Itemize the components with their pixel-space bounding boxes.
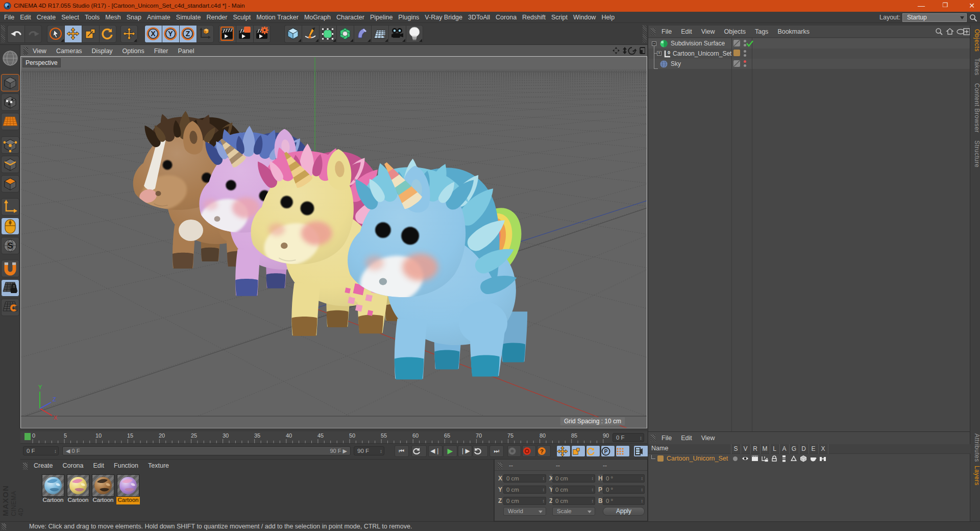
svg-text:X: X (54, 415, 58, 421)
svg-text:Y: Y (38, 384, 42, 390)
svg-text:Z: Z (186, 30, 190, 38)
svg-text:P: P (604, 449, 608, 454)
svg-text:Z: Z (53, 396, 56, 402)
svg-text:S: S (8, 242, 13, 250)
svg-text:?: ? (540, 448, 544, 454)
svg-text:0: 0 (668, 50, 670, 55)
svg-text:Y: Y (168, 30, 173, 38)
svg-text:X: X (151, 30, 156, 38)
